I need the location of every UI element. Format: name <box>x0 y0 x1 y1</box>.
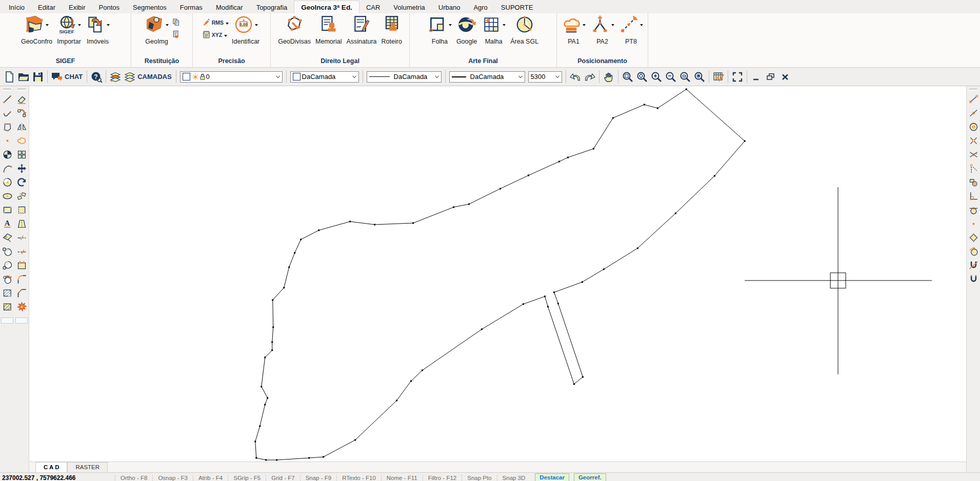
tool-move[interactable] <box>15 162 28 175</box>
status-toggle-rtexto-f10[interactable]: RTexto - F10 <box>336 475 381 481</box>
tool-snap-midpoint[interactable] <box>967 106 980 120</box>
tool-snap-nearest[interactable] <box>967 217 980 231</box>
ribbon-button-geodivisas[interactable]: GeoDivisas <box>276 15 312 45</box>
tool-rotate-copy[interactable] <box>15 189 28 203</box>
ribbon-button-google[interactable]: Google <box>455 15 478 45</box>
menu-tab-segmentos[interactable]: Segmentos <box>126 1 173 13</box>
close-button[interactable] <box>778 70 792 84</box>
menu-tab-topografia[interactable]: Topografia <box>250 1 294 13</box>
tool-snap-endpoint[interactable] <box>967 92 980 106</box>
menu-tab-formas[interactable]: Formas <box>173 1 209 13</box>
status-toggle-grid-f7[interactable]: Grid - F7 <box>266 475 299 481</box>
zoom-out-button[interactable] <box>664 70 678 84</box>
zoom-window-button[interactable] <box>621 70 635 84</box>
ribbon-button-geoconfro[interactable]: GeoConfro <box>19 15 54 45</box>
pan-button[interactable] <box>602 70 616 84</box>
ribbon-button-geoimg[interactable]: GeoImg <box>143 15 170 45</box>
ribbon-button-malha[interactable]: Malha <box>480 15 507 45</box>
status-toggle-destacar[interactable]: Destacar <box>535 473 569 481</box>
open-file-button[interactable] <box>16 70 31 84</box>
dropdown-arrow-icon[interactable] <box>583 24 586 26</box>
tool-chamfer[interactable] <box>15 286 28 300</box>
tool-snap-on[interactable] <box>967 272 980 286</box>
ribbon-button-assinatura[interactable]: Assinatura <box>345 15 378 45</box>
tool-array[interactable] <box>15 148 28 162</box>
tool-snap-quadrant[interactable] <box>967 231 980 245</box>
chevron-down-icon[interactable] <box>434 74 440 80</box>
ribbon-button-folha[interactable]: Folha <box>426 15 453 45</box>
linetype-combo[interactable]: DaCamada <box>367 71 442 83</box>
tool-copy-rotate[interactable] <box>15 106 28 120</box>
tool-ellipse[interactable] <box>1 189 14 203</box>
tool-arc[interactable] <box>1 162 14 175</box>
tool-snap-extension[interactable] <box>967 162 980 175</box>
status-toggle-georref[interactable]: Georref. <box>574 473 606 481</box>
ribbon-button-import-doc[interactable] <box>172 30 181 39</box>
chevron-down-icon[interactable] <box>517 74 524 80</box>
tool-snap-tangent[interactable] <box>967 203 980 217</box>
menu-tab-inicio[interactable]: Início <box>2 1 31 13</box>
toolbar-grip[interactable] <box>3 89 11 91</box>
chevron-down-icon[interactable] <box>554 74 561 80</box>
tool-rotate[interactable] <box>15 175 28 189</box>
tool-circle-copy[interactable] <box>1 272 14 286</box>
ribbon-button-identificar[interactable]: 0.00Identificar <box>230 15 261 45</box>
ribbon-button-memorial[interactable]: Memorial <box>314 15 343 45</box>
menu-tab-urbano[interactable]: Urbano <box>432 1 467 13</box>
scale-combo[interactable]: 5300 <box>528 71 562 83</box>
ribbon-button-roteiro[interactable]: Roteiro <box>380 15 404 45</box>
tool-circle-radius[interactable] <box>1 245 14 258</box>
menu-tab-agro[interactable]: Agro <box>467 1 494 13</box>
status-toggle-filtro-f12[interactable]: Filtro - F12 <box>423 475 462 481</box>
tool-circle[interactable] <box>1 175 14 189</box>
fullscreen-button[interactable] <box>730 70 745 84</box>
tool-circle-ref[interactable] <box>1 258 14 272</box>
tool-point[interactable] <box>1 134 14 148</box>
dropdown-arrow-icon[interactable] <box>611 24 614 26</box>
tool-tag[interactable] <box>1 231 14 245</box>
undo-button[interactable] <box>568 70 583 84</box>
tool-text[interactable]: A <box>1 217 14 231</box>
tool-break[interactable] <box>15 231 28 245</box>
color-combo[interactable]: DaCamada <box>290 71 359 83</box>
ribbon-button-rms[interactable]: RMS <box>202 18 229 27</box>
dropdown-arrow-icon[interactable] <box>78 24 81 26</box>
save-file-button[interactable] <box>31 70 45 84</box>
minimize-button[interactable] <box>749 70 764 84</box>
menu-tab-car[interactable]: CAR <box>359 1 387 13</box>
tool-hatch-edit[interactable] <box>1 300 14 314</box>
menu-tab-exibir[interactable]: Exibir <box>62 1 92 13</box>
toolbar-grip[interactable] <box>17 89 26 91</box>
tool-hatch[interactable] <box>1 286 14 300</box>
ribbon-button-pa2[interactable]: PA2 <box>589 15 616 45</box>
ribbon-button-pa1[interactable]: PA1 <box>560 15 587 45</box>
dropdown-arrow-icon[interactable] <box>107 24 110 26</box>
tool-erase[interactable] <box>15 92 28 106</box>
chevron-down-icon[interactable] <box>275 74 281 80</box>
tool-trapezoid[interactable] <box>15 217 28 231</box>
tool-fillet[interactable] <box>15 272 28 286</box>
ribbon-button-pt8[interactable]: PT8 <box>617 15 645 45</box>
dropdown-arrow-icon[interactable] <box>503 24 506 26</box>
status-toggle-ortho-f8[interactable]: Ortho - F8 <box>115 475 152 481</box>
tool-position-marker[interactable] <box>1 148 14 162</box>
tool-snap-off[interactable] <box>967 258 980 272</box>
parcel-polygon[interactable] <box>255 89 745 460</box>
status-toggle-snap-f9[interactable]: Snap - F9 <box>300 475 337 481</box>
dropdown-arrow-icon[interactable] <box>46 24 49 26</box>
ribbon-button-area-sgl[interactable]: Área SGL <box>509 15 540 45</box>
status-toggle-osnap-f3[interactable]: Osnap - F3 <box>152 475 193 481</box>
drawing-canvas[interactable]: C A DRASTER <box>29 86 966 472</box>
chevron-down-icon[interactable] <box>351 74 357 80</box>
tool-snap-intersection[interactable] <box>967 148 980 162</box>
tool-rectangle[interactable] <box>1 203 14 217</box>
zoom-previous-button[interactable] <box>678 70 692 84</box>
dropdown-arrow-icon[interactable] <box>224 35 227 37</box>
toolbar-grip[interactable] <box>969 89 977 91</box>
layer-combo[interactable]: 0 <box>180 71 283 83</box>
tool-snap-perpendicular[interactable] <box>967 189 980 203</box>
status-toggle-nome-f11[interactable]: Nome - F11 <box>381 475 423 481</box>
tool-snap-insert[interactable] <box>967 175 980 189</box>
drawing-surface[interactable] <box>29 86 966 462</box>
menu-tab-volumetria[interactable]: Volumetria <box>387 1 431 13</box>
